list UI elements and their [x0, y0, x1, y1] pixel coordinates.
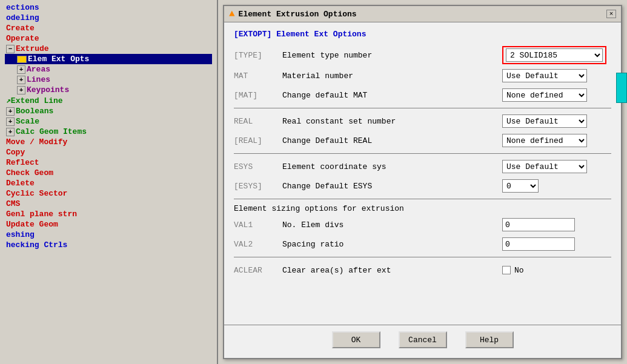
- mat-row: MAT Material number Use Default: [234, 68, 611, 84]
- dialog-titlebar: ▲ Element Extrusion Options ×: [224, 6, 621, 22]
- sidebar-item-areas[interactable]: +Areas: [5, 64, 212, 74]
- val1-desc-label: No. Elem divs: [282, 220, 502, 230]
- type-key-label: [TYPE]: [234, 51, 282, 60]
- sidebar-item-eshing[interactable]: eshing: [5, 230, 212, 240]
- real-row: REAL Real constant set number Use Defaul…: [234, 113, 611, 129]
- val1-key-label: VAL1: [234, 220, 282, 230]
- sidebar-item-booleans[interactable]: +Booleans: [5, 106, 212, 116]
- val1-control: [502, 218, 611, 231]
- esys-change-desc-label: Change Default ESYS: [282, 182, 502, 191]
- right-tab[interactable]: [616, 73, 627, 103]
- divider-1: [234, 108, 611, 108]
- mat-change-key-label: [MAT]: [234, 91, 282, 100]
- dialog-title: ▲ Element Extrusion Options: [229, 8, 357, 19]
- aclear-row: ACLEAR Clear area(s) after ext No: [234, 262, 611, 278]
- sidebar-item-cyclic-sector[interactable]: Cyclic Sector: [5, 188, 212, 199]
- help-button[interactable]: Help: [465, 331, 514, 348]
- val2-input[interactable]: [502, 237, 575, 251]
- sidebar-item-lines[interactable]: +Lines: [5, 74, 212, 85]
- divider-4: [234, 257, 611, 257]
- real-change-row: [REAL] Change Default REAL None defined: [234, 133, 611, 148]
- esys-change-select[interactable]: 0: [502, 179, 539, 193]
- aclear-checkbox[interactable]: [502, 266, 511, 274]
- real-key-label: REAL: [234, 117, 282, 126]
- esys-row: ESYS Element coordinate sys Use Default: [234, 159, 611, 174]
- plus-icon: +: [6, 128, 15, 136]
- divider-2: [234, 153, 611, 154]
- type-row: [TYPE] Element type number 2 SOLID185: [234, 46, 611, 64]
- folder-icon: [17, 56, 27, 63]
- real-change-control: None defined: [502, 134, 611, 147]
- mat-change-row: [MAT] Change default MAT None defined: [234, 87, 611, 103]
- dialog-area: ▲ Element Extrusion Options × [EXTOPT] E…: [218, 0, 627, 364]
- type-select[interactable]: 2 SOLID185: [506, 48, 603, 62]
- sidebar-item-calc-geom[interactable]: +Calc Geom Items: [5, 127, 212, 137]
- mat-change-select[interactable]: None defined: [502, 88, 587, 102]
- sidebar-item-delete[interactable]: Delete: [5, 178, 212, 188]
- real-desc-label: Real constant set number: [282, 117, 502, 126]
- sidebar-item-extrude[interactable]: −Extrude: [5, 44, 212, 54]
- val2-key-label: VAL2: [234, 240, 282, 249]
- dialog-window: ▲ Element Extrusion Options × [EXTOPT] E…: [223, 5, 622, 359]
- val2-row: VAL2 Spacing ratio: [234, 236, 611, 252]
- mat-select[interactable]: Use Default: [502, 69, 587, 82]
- divider-3: [234, 199, 611, 199]
- sidebar-item-move-modify[interactable]: Move / Modify: [5, 137, 212, 147]
- esys-change-row: [ESYS] Change Default ESYS 0: [234, 178, 611, 194]
- mat-key-label: MAT: [234, 71, 282, 81]
- type-highlight-box: 2 SOLID185: [502, 46, 606, 64]
- type-control: 2 SOLID185: [502, 46, 611, 64]
- real-change-desc-label: Change Default REAL: [282, 136, 502, 145]
- esys-select[interactable]: Use Default: [502, 160, 587, 173]
- plus-icon: +: [6, 107, 15, 116]
- plus-icon: +: [17, 76, 25, 84]
- val1-input[interactable]: [502, 218, 575, 231]
- sidebar-item-create[interactable]: Create: [5, 23, 212, 33]
- sidebar-item-genl-plane[interactable]: Genl plane strn: [5, 209, 212, 219]
- esys-control: Use Default: [502, 160, 611, 173]
- plus-icon: +: [17, 86, 25, 94]
- plus-icon: +: [6, 117, 15, 126]
- cancel-button[interactable]: Cancel: [399, 331, 447, 348]
- ok-button[interactable]: OK: [332, 331, 380, 348]
- close-button[interactable]: ×: [606, 10, 616, 18]
- extopt-label: [EXTOPT] Element Ext Options: [234, 30, 611, 39]
- sidebar-item-keypoints[interactable]: +Keypoints: [5, 85, 212, 95]
- esys-desc-label: Element coordinate sys: [282, 162, 502, 171]
- sidebar-item-extend-line[interactable]: ↗Extend Line: [5, 95, 212, 106]
- sidebar-item-cms[interactable]: CMS: [5, 199, 212, 209]
- minus-icon: −: [6, 45, 15, 53]
- dialog-footer: OK Cancel Help: [224, 325, 621, 358]
- esys-change-control: 0: [502, 179, 611, 193]
- aclear-checkbox-label: No: [514, 266, 524, 275]
- arrow-icon: ↗: [6, 96, 11, 105]
- sidebar-item-modeling[interactable]: odeling: [5, 13, 212, 23]
- real-change-select[interactable]: None defined: [502, 134, 587, 147]
- mat-control: Use Default: [502, 69, 611, 82]
- real-select[interactable]: Use Default: [502, 114, 587, 128]
- sidebar-item-update-geom[interactable]: Update Geom: [5, 219, 212, 230]
- sidebar-item-reflect[interactable]: Reflect: [5, 157, 212, 168]
- val1-row: VAL1 No. Elem divs: [234, 217, 611, 233]
- aclear-control: No: [502, 266, 611, 275]
- sidebar-item-sections[interactable]: ections: [5, 2, 212, 13]
- esys-key-label: ESYS: [234, 162, 282, 171]
- plus-icon: +: [17, 65, 25, 74]
- dialog-body: [EXTOPT] Element Ext Options [TYPE] Elem…: [224, 22, 621, 325]
- sidebar-item-operate[interactable]: Operate: [5, 33, 212, 44]
- esys-change-key-label: [ESYS]: [234, 182, 282, 191]
- sidebar: ections odeling Create Operate −Extrude …: [0, 0, 218, 364]
- val2-control: [502, 237, 611, 251]
- logo-icon: ▲: [229, 8, 235, 19]
- mat-desc-label: Material number: [282, 71, 502, 81]
- real-change-key-label: [REAL]: [234, 136, 282, 145]
- sidebar-item-copy[interactable]: Copy: [5, 147, 212, 157]
- mat-change-desc-label: Change default MAT: [282, 91, 502, 100]
- sidebar-item-check-geom[interactable]: Check Geom: [5, 168, 212, 178]
- aclear-key-label: ACLEAR: [234, 266, 282, 275]
- mat-change-control: None defined: [502, 88, 611, 102]
- val2-desc-label: Spacing ratio: [282, 240, 502, 249]
- sidebar-item-scale[interactable]: +Scale: [5, 116, 212, 127]
- sidebar-item-elem-ext-opts[interactable]: Elem Ext Opts: [5, 54, 212, 64]
- sidebar-item-hecking-ctrls[interactable]: hecking Ctrls: [5, 240, 212, 250]
